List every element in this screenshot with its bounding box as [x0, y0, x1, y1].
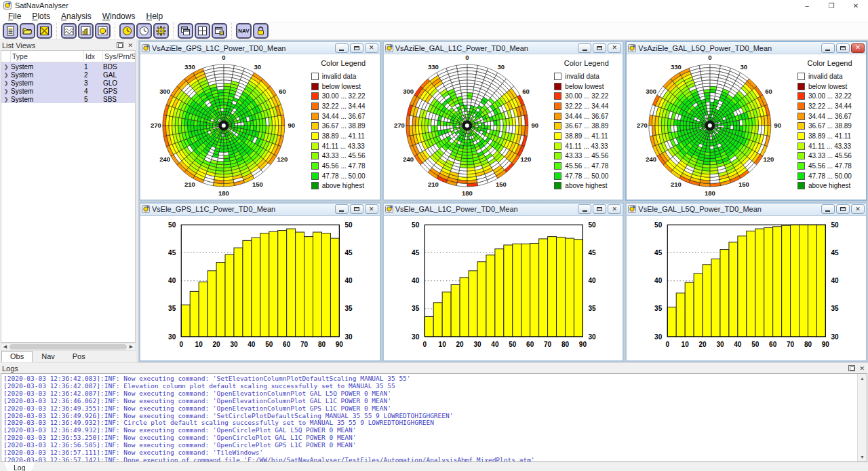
logs-title: Logs: [2, 364, 848, 373]
mdi-titlebar[interactable]: VsEle_GAL_L5Q_Power_TD0_Mean✕: [627, 204, 866, 216]
tree-header[interactable]: Type Idx Sys/Prn/Sig/O: [1, 51, 135, 62]
legend-swatch: [554, 172, 561, 180]
signal-plot-button[interactable]: [61, 23, 77, 39]
mdi-maximize-button[interactable]: [350, 43, 363, 53]
scroll-down-icon[interactable]: ▼: [858, 453, 867, 461]
mdi-close-button[interactable]: ✕: [608, 43, 621, 53]
svg-text:60: 60: [522, 88, 530, 95]
tree-row-system-bds[interactable]: ❯System1BDS: [1, 62, 135, 71]
tree-row-system-gal[interactable]: ❯System2GAL: [1, 71, 135, 79]
tab-log[interactable]: Log: [4, 462, 35, 471]
mdi-window-title: VsAziEle_GAL_L5Q_Power_TD0_Mean: [638, 44, 820, 52]
tree-row-system-gps[interactable]: ❯System4GPS: [1, 87, 135, 95]
legend-entry: 30.00 ... 32.22: [793, 91, 866, 101]
legend-entry: 41.11 ... 43.33: [793, 141, 866, 151]
scroll-thumb[interactable]: [9, 344, 127, 350]
mdi-minimize-button[interactable]: [821, 204, 835, 214]
col-sys[interactable]: Sys/Prn/Sig/O: [103, 51, 136, 62]
col-type[interactable]: Type: [11, 51, 84, 62]
color-legend: Color Legendinvalid databelow lowest30.0…: [307, 54, 380, 200]
expand-icon[interactable]: ❯: [1, 80, 11, 86]
mdi-minimize-button[interactable]: [335, 204, 349, 214]
legend-swatch: [797, 172, 805, 180]
logs-vscrollbar[interactable]: ▲ ▼: [857, 374, 867, 461]
settings-gear-button[interactable]: [153, 23, 169, 39]
mdi-titlebar[interactable]: VsAziEle_GAL_L5Q_Power_TD0_Mean✕: [627, 42, 866, 54]
circle-plot-button[interactable]: [95, 23, 111, 39]
float-logs-icon[interactable]: [848, 365, 855, 371]
tile-windows-button[interactable]: [195, 23, 210, 39]
close-button[interactable]: ✕: [844, 0, 868, 11]
legend-swatch: [311, 132, 319, 140]
svg-text:60: 60: [526, 341, 534, 348]
scroll-up-icon[interactable]: ▲: [858, 374, 867, 383]
mdi-maximize-button[interactable]: [836, 43, 850, 53]
scroll-left-icon[interactable]: ◀: [1, 343, 9, 350]
mdi-titlebar[interactable]: VsAziEle_GAL_L1C_Power_TD0_Mean✕: [384, 42, 623, 54]
mdi-minimize-button[interactable]: [335, 43, 349, 53]
lock-button[interactable]: [253, 23, 269, 39]
open-folder-button[interactable]: [20, 23, 35, 39]
app-titlebar[interactable]: SatNavAnalyser – ❐ ✕: [0, 0, 868, 11]
tab-nav[interactable]: Nav: [33, 351, 64, 362]
mdi-maximize-button[interactable]: [350, 204, 363, 214]
mdi-maximize-button[interactable]: [593, 43, 606, 53]
mdi-minimize-button[interactable]: [821, 43, 835, 53]
tab-pos[interactable]: Pos: [64, 351, 94, 362]
legend-swatch: [311, 152, 319, 159]
expand-icon[interactable]: ❯: [1, 64, 11, 70]
circle-plot-icon: [98, 26, 108, 36]
mdi-close-button[interactable]: ✕: [365, 43, 378, 53]
menu-plots[interactable]: Plots: [26, 11, 56, 22]
close-view-icon: [39, 26, 50, 36]
mdi-close-button[interactable]: ✕: [365, 204, 378, 214]
mdi-titlebar[interactable]: VsEle_GPS_L1C_Power_TD0_Mean✕: [140, 204, 380, 216]
mdi-maximize-button[interactable]: [593, 204, 606, 214]
expand-icon[interactable]: ❯: [1, 88, 11, 94]
tab-obs[interactable]: Obs: [1, 351, 33, 362]
menu-analysis[interactable]: Analysis: [56, 11, 97, 22]
clock-yellow-button[interactable]: [119, 23, 135, 39]
minimize-button[interactable]: –: [795, 0, 819, 11]
svg-text:40: 40: [831, 277, 840, 284]
mdi-titlebar[interactable]: VsEle_GAL_L1C_Power_TD0_Mean✕: [384, 204, 623, 216]
column-plot-button[interactable]: [78, 23, 94, 39]
svg-text:45: 45: [831, 249, 840, 257]
svg-text:30: 30: [412, 333, 420, 340]
close-logs-icon[interactable]: ✕: [859, 365, 865, 372]
svg-text:90: 90: [578, 341, 587, 348]
svg-text:50: 50: [168, 221, 176, 228]
col-idx[interactable]: Idx: [84, 51, 103, 62]
menu-windows[interactable]: Windows: [97, 11, 141, 22]
nav-toggle-button[interactable]: NAV: [236, 23, 252, 39]
close-panel-icon[interactable]: ✕: [127, 42, 133, 49]
restore-button[interactable]: ❐: [819, 0, 844, 11]
mdi-maximize-button[interactable]: [836, 204, 850, 214]
svg-text:330: 330: [428, 63, 439, 71]
float-panel-icon[interactable]: [117, 42, 123, 48]
legend-swatch: [554, 162, 561, 170]
svg-text:50: 50: [654, 221, 663, 228]
mdi-minimize-button[interactable]: [578, 43, 591, 53]
cascade-windows-button[interactable]: [178, 23, 193, 39]
menu-help[interactable]: Help: [140, 11, 168, 22]
close-view-button[interactable]: [37, 23, 52, 39]
tree-hscrollbar[interactable]: ◀ ▶: [1, 343, 136, 351]
expand-icon[interactable]: ❯: [1, 96, 11, 102]
mdi-close-button[interactable]: ✕: [851, 43, 865, 53]
svg-text:10: 10: [682, 341, 690, 348]
scroll-right-icon[interactable]: ▶: [127, 343, 135, 350]
list-document-icon: [5, 26, 16, 36]
arrange-windows-button[interactable]: [212, 23, 227, 39]
list-document-button[interactable]: [3, 23, 18, 39]
clock-plain-button[interactable]: [136, 23, 152, 39]
tree-row-system-glo[interactable]: ❯System3GLO: [1, 79, 135, 87]
tree-row-system-sbs[interactable]: ❯System5SBS: [1, 95, 135, 103]
mdi-close-button[interactable]: ✕: [851, 204, 865, 214]
expand-icon[interactable]: ❯: [1, 72, 11, 78]
mdi-minimize-button[interactable]: [578, 204, 591, 214]
mdi-close-button[interactable]: ✕: [608, 204, 621, 214]
mdi-titlebar[interactable]: VsAziEle_GPS_L1C_Power_TD0_Mean✕: [140, 42, 380, 54]
menu-file[interactable]: File: [3, 11, 26, 22]
legend-swatch: [797, 152, 805, 159]
